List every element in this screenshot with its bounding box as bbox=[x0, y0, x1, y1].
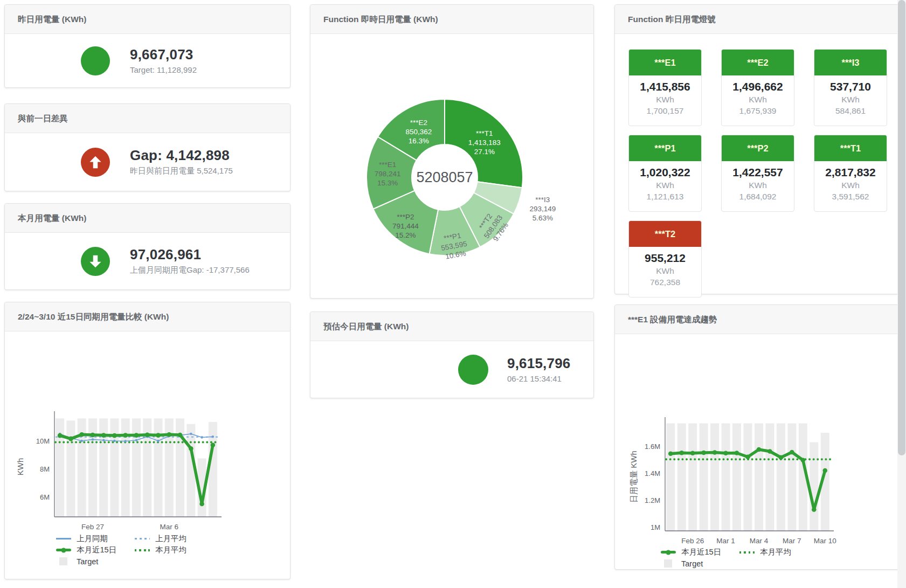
card-title: Function 昨日用電燈號 bbox=[615, 5, 898, 34]
y-tick-label: 1.6M bbox=[645, 442, 660, 451]
legend-thick-swatch-icon bbox=[661, 551, 676, 554]
legend-label: 本月近15日 bbox=[77, 545, 116, 555]
status-tile-E1: ***E11,415,856KWh1,700,157 bbox=[628, 49, 702, 126]
kpi-body: 97,026,961 上個月同期用電Gap: -17,377,566 bbox=[5, 233, 290, 289]
scrollbar-track[interactable] bbox=[897, 0, 906, 588]
series-point bbox=[212, 435, 214, 438]
tile-target-value: 584,861 bbox=[814, 106, 887, 116]
target-bar bbox=[744, 424, 752, 531]
tile-target-value: 1,675,939 bbox=[722, 106, 794, 116]
series-point bbox=[190, 433, 192, 435]
tile-body: 1,496,662KWh1,675,939 bbox=[722, 75, 794, 116]
kpi-body: Gap: 4,142,898 昨日與前日用電量 5,524,175 bbox=[5, 133, 290, 191]
x-tick-label: Mar 7 bbox=[783, 537, 801, 545]
gap-value: Gap: 4,142,898 bbox=[130, 148, 233, 164]
tile-body: 1,020,322KWh1,121,613 bbox=[629, 161, 701, 202]
target-bar bbox=[710, 424, 719, 531]
series-point bbox=[167, 432, 172, 437]
tile-target-value: 1,700,157 bbox=[629, 106, 701, 116]
series-point bbox=[211, 443, 216, 448]
legend-label: 上月同期 bbox=[77, 534, 108, 544]
series-point bbox=[199, 502, 204, 507]
tile-value: 1,422,557 bbox=[722, 166, 794, 179]
legend-label: 本月平均 bbox=[760, 547, 791, 557]
kpi-body: 9,615,796 06-21 15:34:41 bbox=[310, 341, 593, 398]
legend-dots-swatch-icon bbox=[135, 549, 150, 551]
card-title-text: Function 昨日用電燈號 bbox=[628, 15, 716, 24]
legend-thick-swatch-icon bbox=[56, 549, 71, 551]
card-title: Function 即時日用電量 (KWh) bbox=[310, 5, 593, 34]
legend-label: 本月近15日 bbox=[681, 547, 721, 557]
target-bar bbox=[66, 420, 75, 517]
tile-value: 1,415,856 bbox=[629, 80, 701, 93]
card-title-text: 預估今日用電量 (KWh) bbox=[323, 322, 409, 331]
status-tile-P2: ***P21,422,557KWh1,684,092 bbox=[721, 135, 794, 212]
series-point bbox=[200, 436, 203, 438]
target-bar bbox=[666, 424, 675, 531]
series-point bbox=[102, 439, 105, 441]
legend-item[interactable]: 上月平均 bbox=[135, 534, 213, 544]
x-tick-label: Mar 4 bbox=[750, 537, 769, 545]
arrow-up-icon bbox=[81, 148, 110, 177]
card-title: 昨日用電量 (KWh) bbox=[5, 5, 290, 34]
y-tick-label: 6M bbox=[40, 493, 50, 501]
series-point bbox=[767, 449, 772, 454]
estimate-value: 9,615,796 bbox=[507, 356, 570, 372]
target-bar bbox=[688, 424, 697, 531]
legend-item[interactable]: 本月近15日 bbox=[661, 547, 739, 557]
series-point bbox=[112, 433, 117, 438]
series-point bbox=[91, 433, 95, 438]
y-tick-label: 1.2M bbox=[645, 496, 660, 504]
series-point bbox=[156, 433, 161, 438]
status-circle-green-icon bbox=[458, 355, 488, 385]
series-point bbox=[80, 440, 82, 442]
trend-line-chart: 1M1.2M1.4M1.6MFeb 26Mar 1Mar 4Mar 7Mar 1… bbox=[615, 334, 898, 545]
legend-item[interactable]: Target bbox=[56, 557, 135, 566]
yesterday-value: 9,667,073 bbox=[130, 47, 197, 63]
legend-label: 本月平均 bbox=[155, 545, 186, 555]
legend-item[interactable]: 本月平均 bbox=[739, 547, 818, 557]
tile-label: ***P2 bbox=[722, 135, 794, 161]
tile-value: 1,496,662 bbox=[722, 80, 794, 93]
card-e1-trend-chart: ***E1 設備用電達成趨勢 1M1.2M1.4M1.6MFeb 26Mar 1… bbox=[614, 305, 899, 570]
target-bar bbox=[810, 442, 818, 531]
card-day-gap: 與前一日差異 Gap: 4,142,898 昨日與前日用電量 5,524,175 bbox=[4, 103, 291, 191]
legend-item[interactable]: 上月同期 bbox=[56, 534, 135, 544]
series-point bbox=[135, 439, 137, 441]
y-tick-label: 1.4M bbox=[645, 469, 660, 478]
card-title-text: ***E1 設備用電達成趨勢 bbox=[628, 315, 717, 324]
status-tile-P1: ***P11,020,322KWh1,121,613 bbox=[628, 135, 702, 212]
legend-item[interactable]: Target bbox=[661, 559, 739, 568]
legend-row: 本月近15日本月平均 bbox=[56, 544, 290, 556]
series-point bbox=[68, 437, 73, 441]
card-yesterday-usage: 昨日用電量 (KWh) 9,667,073 Target: 11,128,992 bbox=[4, 4, 291, 88]
tile-label: ***P1 bbox=[629, 135, 701, 161]
legend-item[interactable]: 本月平均 bbox=[135, 545, 213, 555]
series-point bbox=[145, 433, 150, 438]
legend-square-swatch-icon bbox=[59, 557, 67, 565]
target-bar bbox=[777, 424, 785, 531]
status-tile-T2: ***T2955,212KWh762,358 bbox=[628, 220, 702, 298]
estimate-timestamp: 06-21 15:34:41 bbox=[507, 374, 570, 383]
donut-center-total: 5208057 bbox=[416, 169, 473, 185]
legend-line-swatch-icon bbox=[56, 538, 71, 539]
tile-value: 537,710 bbox=[814, 80, 887, 93]
series-point bbox=[178, 433, 183, 438]
series-point bbox=[157, 440, 159, 442]
energy-dashboard: 昨日用電量 (KWh) 9,667,073 Target: 11,128,992… bbox=[0, 0, 906, 588]
series-point bbox=[79, 432, 84, 437]
tile-unit: KWh bbox=[629, 95, 701, 105]
legend-item[interactable]: 本月近15日 bbox=[56, 545, 135, 555]
scrollbar-thumb[interactable] bbox=[898, 0, 905, 455]
card-title-text: 2/24~3/10 近15日同期用電量比較 (KWh) bbox=[18, 312, 169, 321]
status-tile-I3: ***I3537,710KWh584,861 bbox=[814, 49, 887, 126]
gap-subtext: 昨日與前日用電量 5,524,175 bbox=[130, 166, 233, 176]
series-point bbox=[123, 433, 128, 438]
series-point bbox=[101, 433, 106, 438]
card-title: 本月用電量 (KWh) bbox=[5, 204, 290, 233]
legend-label: Target bbox=[77, 557, 98, 566]
card-realtime-donut: Function 即時日用電量 (KWh) ***T11,413,18327.1… bbox=[310, 4, 594, 299]
card-compare-chart: 2/24~3/10 近15日同期用電量比較 (KWh) 6M8M10MFeb 2… bbox=[4, 302, 291, 579]
card-title: 2/24~3/10 近15日同期用電量比較 (KWh) bbox=[5, 302, 290, 331]
legend-dots-swatch-icon bbox=[739, 551, 755, 554]
